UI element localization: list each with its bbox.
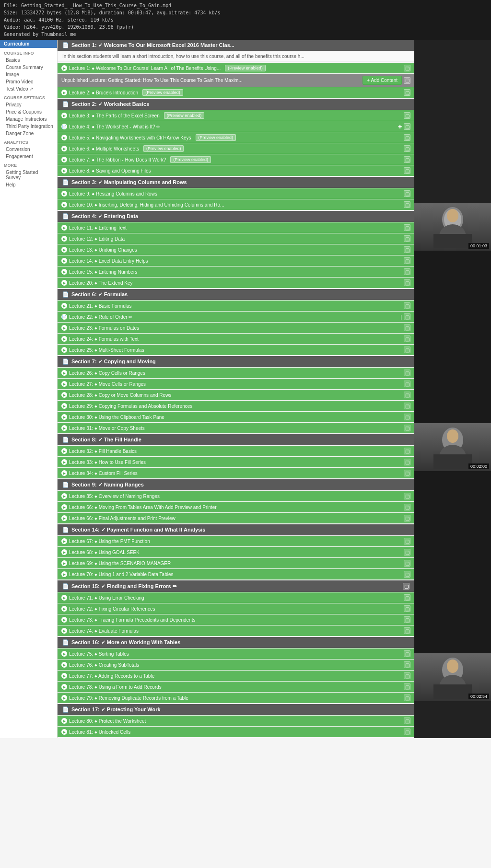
collapse-btn-73[interactable]: ▢	[404, 616, 410, 623]
sidebar-curriculum[interactable]: Curriculum	[0, 40, 57, 48]
collapse-btn-3[interactable]: ▢	[404, 112, 410, 119]
collapse-btn-32[interactable]: ▢	[404, 448, 410, 454]
collapse-btn-7[interactable]: ▢	[404, 156, 410, 163]
lecture-row-69[interactable]: ▶ Lecture 69: ● Using the SCENARIO MANAG…	[58, 558, 414, 568]
collapse-btn-67[interactable]: ▢	[404, 538, 410, 544]
collapse-btn-69[interactable]: ▢	[404, 560, 410, 567]
sidebar-item-getting-started-survey[interactable]: Getting Started Survey	[0, 169, 57, 181]
lecture-row-25[interactable]: ▶ Lecture 25: ● Multi-Sheet Formulas ▢	[58, 345, 414, 355]
lecture-row-31[interactable]: ▶ Lecture 31: ● Move or Copy Sheets ▢	[58, 423, 414, 433]
lecture-row-75[interactable]: ▶ Lecture 75: ● Sorting Tables ▢	[58, 648, 414, 659]
collapse-btn-79[interactable]: ▢	[404, 694, 410, 701]
lecture-row-78[interactable]: ▶ Lecture 78: ● Using a Form to Add Reco…	[58, 682, 414, 692]
lecture-row-3[interactable]: ▶ Lecture 3: ● The Parts of the Excel Sc…	[58, 110, 414, 121]
collapse-btn-28[interactable]: ▢	[404, 392, 410, 398]
collapse-btn-s15[interactable]: ▢	[403, 583, 409, 590]
lecture-row-35b[interactable]: ▶ Lecture 66: ● Moving From Tables Area …	[58, 502, 414, 512]
lecture-row-68[interactable]: ▶ Lecture 68: ● Using GOAL SEEK ▢	[58, 547, 414, 557]
lecture-row-67[interactable]: ▶ Lecture 67: ● Using the PMT Function ▢	[58, 536, 414, 546]
sidebar-item-help[interactable]: Help	[0, 181, 57, 188]
lecture-row-11[interactable]: ▶ Lecture 11: ● Entering Text ▢	[58, 222, 414, 233]
sidebar-item-third-party[interactable]: Third Party Integration	[0, 123, 57, 130]
collapse-btn-14[interactable]: ▢	[404, 257, 410, 264]
lecture-row-7[interactable]: ▶ Lecture 7: ● The Ribbon - How Does It …	[58, 154, 414, 165]
collapse-btn-13[interactable]: ▢	[404, 246, 410, 253]
collapse-btn-15[interactable]: ▢	[404, 268, 410, 275]
sidebar-item-basics[interactable]: Basics	[0, 57, 57, 64]
lecture-row-35[interactable]: ▶ Lecture 35: ● Overview of Naming Range…	[58, 491, 414, 501]
lecture-row-28[interactable]: ▶ Lecture 28: ● Copy or Move Columns and…	[58, 390, 414, 400]
collapse-btn-6[interactable]: ▢	[404, 145, 410, 152]
collapse-btn-12[interactable]: ▢	[404, 235, 410, 242]
lecture-row-33[interactable]: ▶ Lecture 33: ● How to Use Fill Series ▢	[58, 457, 414, 467]
collapse-btn-30[interactable]: ▢	[404, 414, 410, 420]
lecture-row-71[interactable]: ▶ Lecture 71: ● Using Error Checking ▢	[58, 592, 414, 603]
lecture-row-27[interactable]: ▶ Lecture 27: ● Move Cells or Ranges ▢	[58, 379, 414, 389]
sidebar-item-conversion[interactable]: Conversion	[0, 146, 57, 153]
collapse-btn-66[interactable]: ▢	[404, 515, 410, 521]
lecture-row-80[interactable]: ▶ Lecture 80: ● Protect the Worksheet ▢	[58, 716, 414, 726]
lecture-row-5[interactable]: ▶ Lecture 5: ● Navigating Worksheets wit…	[58, 132, 414, 143]
lecture-row-34[interactable]: ▶ Lecture 34: ● Custom Fill Series ▢	[58, 468, 414, 478]
collapse-btn-80[interactable]: ▢	[404, 718, 410, 724]
collapse-btn-76[interactable]: ▢	[404, 661, 410, 668]
lecture-row-22[interactable]: 📄 Lecture 22: ● Rule of Order ✏ | ▢	[58, 312, 414, 322]
sidebar-item-course-summary[interactable]: Course Summary	[0, 64, 57, 71]
collapse-btn-78[interactable]: ▢	[404, 683, 410, 690]
lecture-row-32[interactable]: ▶ Lecture 32: ● Fill Handle Basics ▢	[58, 446, 414, 456]
lecture-row-72[interactable]: ▶ Lecture 72: ● Fixing Circular Referenc…	[58, 603, 414, 614]
sidebar-item-promo-video[interactable]: Promo Video	[0, 78, 57, 85]
collapse-btn-27[interactable]: ▢	[404, 381, 410, 387]
lecture-row-76[interactable]: ▶ Lecture 76: ● Creating SubTotals ▢	[58, 660, 414, 670]
lecture-row-1[interactable]: ▶ Lecture 1: ● Welcome To Our Course! Le…	[58, 63, 414, 73]
collapse-btn-70[interactable]: ▢	[404, 571, 410, 578]
collapse-btn-4[interactable]: ▢	[404, 123, 410, 130]
collapse-btn-33[interactable]: ▢	[404, 459, 410, 465]
lecture-row-30[interactable]: ▶ Lecture 30: ● Using the Clipboard Task…	[58, 412, 414, 422]
collapse-btn-25[interactable]: ▢	[404, 347, 410, 353]
lecture-row-79[interactable]: ▶ Lecture 79: ● Removing Duplicate Recor…	[58, 693, 414, 703]
lecture-row-26[interactable]: ▶ Lecture 26: ● Copy Cells or Ranges ▢	[58, 368, 414, 378]
lecture-row-12[interactable]: ▶ Lecture 12: ● Editing Data ▢	[58, 233, 414, 244]
collapse-btn-5[interactable]: ▢	[404, 134, 410, 141]
sidebar-item-image[interactable]: Image	[0, 71, 57, 78]
collapse-btn-10[interactable]: ▢	[404, 201, 410, 208]
collapse-btn-21[interactable]: ▢	[404, 302, 410, 309]
collapse-btn-72[interactable]: ▢	[404, 605, 410, 612]
sidebar-item-manage-instructors[interactable]: Manage Instructors	[0, 116, 57, 123]
collapse-btn-23[interactable]: ▢	[404, 324, 410, 331]
add-content-button[interactable]: + Add Content	[362, 76, 402, 85]
collapse-btn-71[interactable]: ▢	[404, 594, 410, 601]
collapse-btn-35b[interactable]: ▢	[404, 504, 410, 510]
lecture-row-66[interactable]: ▶ Lecture 66: ● Final Adjustments and Pr…	[58, 513, 414, 523]
collapse-btn-8[interactable]: ▢	[404, 167, 410, 174]
lecture-row-23[interactable]: ▶ Lecture 23: ● Formulas on Dates ▢	[58, 323, 414, 333]
collapse-btn-unpublished[interactable]: ▢	[404, 77, 410, 84]
collapse-btn-20[interactable]: ▢	[404, 279, 410, 286]
lecture-row-14[interactable]: ▶ Lecture 14: ● Excel Data Entry Helps ▢	[58, 255, 414, 266]
collapse-btn-81[interactable]: ▢	[404, 729, 410, 735]
collapse-btn-1[interactable]: ▢	[404, 65, 410, 71]
collapse-btn-75[interactable]: ▢	[404, 650, 410, 657]
collapse-btn-24[interactable]: ▢	[404, 336, 410, 342]
lecture-row-74[interactable]: ▶ Lecture 74: ● Evaluate Formulas ▢	[58, 625, 414, 636]
lecture-row-73[interactable]: ▶ Lecture 73: ● Tracing Formula Preceden…	[58, 614, 414, 625]
lecture-row-24[interactable]: ▶ Lecture 24: ● Formulas with Text ▢	[58, 334, 414, 344]
lecture-row-20[interactable]: ▶ Lecture 20: ● The Extend Key ▢	[58, 278, 414, 288]
collapse-btn-68[interactable]: ▢	[404, 549, 410, 556]
sidebar-item-engagement[interactable]: Engagement	[0, 153, 57, 160]
collapse-btn-22[interactable]: ▢	[404, 313, 410, 320]
lecture-row-13[interactable]: ▶ Lecture 13: ● Undoing Changes ▢	[58, 244, 414, 255]
lecture-row-6[interactable]: ▶ Lecture 6: ● Multiple Worksheets (Prev…	[58, 143, 414, 154]
lecture-row-29[interactable]: ▶ Lecture 29: ● Copying Formulas and Abs…	[58, 401, 414, 411]
collapse-btn-74[interactable]: ▢	[404, 627, 410, 634]
collapse-btn-31[interactable]: ▢	[404, 425, 410, 431]
collapse-btn-29[interactable]: ▢	[404, 403, 410, 409]
lecture-row-77[interactable]: ▶ Lecture 77: ● Adding Records to a Tabl…	[58, 671, 414, 681]
lecture-row-9[interactable]: ▶ Lecture 9: ● Resizing Columns and Rows…	[58, 188, 414, 199]
lecture-row-70[interactable]: ▶ Lecture 70: ● Using 1 and 2 Variable D…	[58, 569, 414, 579]
collapse-btn-11[interactable]: ▢	[404, 224, 410, 231]
sidebar-item-test-video[interactable]: Test Video ↗	[0, 85, 57, 93]
sidebar-item-privacy[interactable]: Privacy	[0, 101, 57, 108]
lecture-row-2[interactable]: ▶ Lecture 2: ● Bruce's Introduction (Pre…	[58, 87, 414, 98]
